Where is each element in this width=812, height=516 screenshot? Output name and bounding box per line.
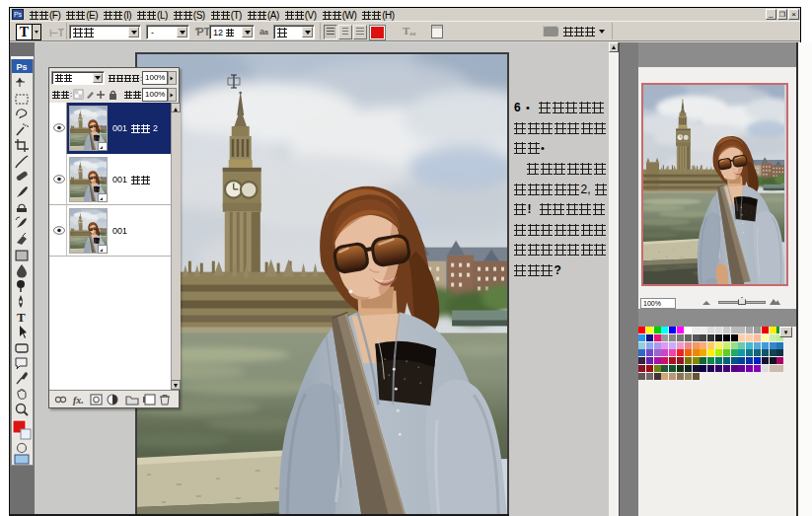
svg-text:T: T (17, 310, 26, 325)
svg-text:Ps: Ps (16, 62, 27, 72)
svg-text:fx.: fx. (73, 395, 84, 405)
